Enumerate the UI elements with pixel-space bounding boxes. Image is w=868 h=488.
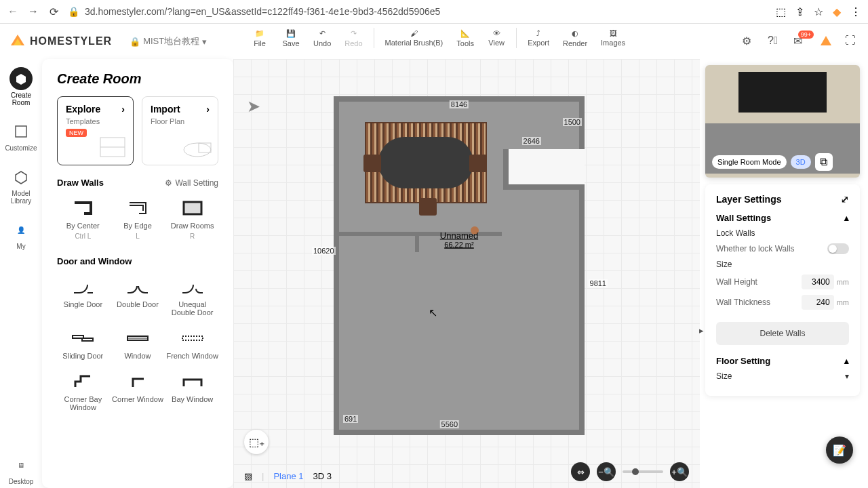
- draw-by-edge[interactable]: By EdgeL: [112, 195, 164, 243]
- svg-rect-4: [16, 126, 26, 137]
- url-text: 3d.homestyler.com/?lang=en_US&assetId=c1…: [85, 6, 440, 17]
- svg-marker-5: [16, 171, 26, 184]
- rail-create-room[interactable]: Create Room: [7, 64, 35, 109]
- french-window[interactable]: French Window: [166, 325, 218, 363]
- unequal-double-door[interactable]: Unequal Double Door: [166, 273, 218, 319]
- svg-marker-3: [16, 74, 26, 85]
- save-button[interactable]: 💾Save: [275, 29, 307, 47]
- menu-icon[interactable]: ⋮: [850, 5, 861, 18]
- room-label[interactable]: Unnamed 66.22 m²: [440, 230, 478, 249]
- draw-by-center[interactable]: By CenterCtrl L: [57, 195, 109, 243]
- chevron-down-icon[interactable]: ▾: [845, 371, 849, 381]
- single-door[interactable]: Single Door: [57, 273, 109, 319]
- corner-bay-window[interactable]: Corner Bay Window: [57, 368, 109, 414]
- sidebar: Create Room Explore› Templates NEW Impor…: [42, 59, 233, 488]
- compass-icon[interactable]: ➤: [247, 97, 260, 116]
- export-button[interactable]: ⤴Export: [521, 29, 556, 47]
- corner-window[interactable]: Corner Window: [112, 368, 164, 414]
- back-icon[interactable]: ←: [7, 5, 19, 18]
- file-button[interactable]: 📁File: [244, 29, 275, 47]
- forward-icon[interactable]: →: [27, 5, 39, 18]
- help-icon[interactable]: ?⃝: [768, 35, 781, 48]
- room-mode-tag[interactable]: Single Room Mode: [712, 155, 787, 169]
- svg-point-8: [184, 143, 211, 157]
- sidebar-title: Create Room: [57, 71, 218, 87]
- svg-rect-12: [82, 338, 93, 341]
- gear-icon: ⚙: [165, 178, 172, 188]
- mail-icon[interactable]: ✉99+: [793, 35, 807, 48]
- draw-rooms[interactable]: Draw RoomsR: [166, 195, 218, 243]
- translate-icon[interactable]: ⬚: [776, 5, 786, 18]
- rail-customize[interactable]: Customize: [2, 117, 39, 155]
- lock-walls-toggle[interactable]: [827, 243, 849, 254]
- redo-button[interactable]: ↷Redo: [338, 29, 369, 47]
- 3d-preview[interactable]: Single Room Mode 3D ⧉: [705, 65, 860, 178]
- lock-icon: 🔒: [68, 6, 79, 17]
- reload-icon[interactable]: ⟳: [47, 5, 60, 18]
- floorplan[interactable]: 8146 1500 2646 10620 9811 5560 691 Unnam…: [334, 96, 585, 435]
- share-icon[interactable]: ⇪: [795, 5, 804, 18]
- undo-button[interactable]: ↶Undo: [307, 29, 338, 47]
- explore-card[interactable]: Explore› Templates NEW: [57, 96, 134, 165]
- logo-icon: [9, 33, 26, 49]
- toolbar: HOMESTYLER 🔒 MIST地台教程 ▾ 📁File 💾Save ↶Und…: [0, 24, 868, 59]
- settings-panel: ▸ Layer Settings⤢ Wall Settings▴ Lock Wa…: [705, 184, 860, 396]
- ext-icon[interactable]: ◆: [833, 5, 841, 18]
- project-selector[interactable]: 🔒 MIST地台教程 ▾: [130, 35, 207, 47]
- wall-height-input[interactable]: [802, 274, 834, 289]
- gear-icon[interactable]: ⚙: [742, 35, 755, 48]
- 3d-tab[interactable]: 3D 3: [313, 471, 331, 481]
- add-level-button[interactable]: ⬚₊: [244, 430, 269, 454]
- delete-walls-button[interactable]: Delete Walls: [716, 322, 849, 345]
- zoom-out-button[interactable]: −🔍: [597, 462, 616, 481]
- chevron-down-icon: ▾: [202, 37, 207, 47]
- right-panel: Single Room Mode 3D ⧉ ▸ Layer Settings⤢ …: [705, 65, 860, 396]
- zoom-in-button[interactable]: +🔍: [670, 462, 689, 481]
- home-icon[interactable]: [819, 35, 833, 48]
- view-button[interactable]: 👁View: [481, 29, 512, 47]
- 3d-mode-tag[interactable]: 3D: [791, 155, 811, 169]
- rail-desktop[interactable]: 🖥 Desktop: [6, 451, 37, 488]
- chevron-right-icon: ›: [121, 104, 125, 115]
- import-card[interactable]: Import› Floor Plan: [142, 96, 218, 165]
- expand-handle[interactable]: ▸: [697, 320, 705, 340]
- window[interactable]: Window: [112, 325, 164, 363]
- chevron-up-icon[interactable]: ▴: [844, 356, 849, 366]
- texture-icon[interactable]: ▨: [244, 471, 252, 481]
- logo[interactable]: HOMESTYLER: [9, 33, 112, 49]
- double-door[interactable]: Double Door: [112, 273, 164, 319]
- url-bar[interactable]: 🔒 3d.homestyler.com/?lang=en_US&assetId=…: [68, 6, 768, 17]
- chevron-right-icon: ›: [206, 104, 210, 115]
- star-icon[interactable]: ☆: [814, 5, 823, 18]
- wall-setting-link[interactable]: ⚙Wall Setting: [165, 178, 218, 188]
- canvas[interactable]: ➤ 8146 1500 2646 10620 9811 5560 691 Unn…: [233, 59, 700, 488]
- tools-button[interactable]: 📐Tools: [450, 29, 481, 47]
- rail-my[interactable]: 👤 My: [7, 216, 35, 253]
- templates-icon: [96, 134, 129, 161]
- feedback-button[interactable]: 📝: [826, 436, 853, 464]
- bay-window[interactable]: Bay Window: [166, 368, 218, 414]
- lock-icon: 🔒: [130, 37, 140, 47]
- zoom-controls: ⇔ −🔍 +🔍: [571, 462, 689, 481]
- left-rail: Create Room Customize Model Library 👤 My…: [0, 59, 42, 488]
- svg-rect-15: [182, 336, 203, 340]
- fit-icon[interactable]: ⇔: [571, 462, 590, 481]
- rail-model-library[interactable]: Model Library: [7, 163, 35, 207]
- zoom-slider[interactable]: [623, 470, 663, 473]
- sliding-door[interactable]: Sliding Door: [57, 325, 109, 363]
- wall-thickness-input[interactable]: [802, 295, 834, 310]
- images-button[interactable]: 🖼Images: [594, 29, 632, 47]
- svg-rect-10: [184, 202, 201, 214]
- expand-icon[interactable]: ⤢: [841, 194, 849, 205]
- render-button[interactable]: ◐Render: [556, 29, 594, 47]
- floorplan-icon: [181, 134, 214, 161]
- chevron-up-icon[interactable]: ▴: [844, 213, 849, 223]
- expand-icon[interactable]: ⧉: [815, 153, 833, 171]
- fullscreen-icon[interactable]: ⛶: [845, 35, 859, 48]
- browser-bar: ← → ⟳ 🔒 3d.homestyler.com/?lang=en_US&as…: [0, 0, 868, 24]
- plane-tab[interactable]: Plane 1: [273, 471, 303, 481]
- material-brush-button[interactable]: 🖌Material Brush(B): [378, 29, 450, 47]
- svg-marker-2: [821, 36, 831, 45]
